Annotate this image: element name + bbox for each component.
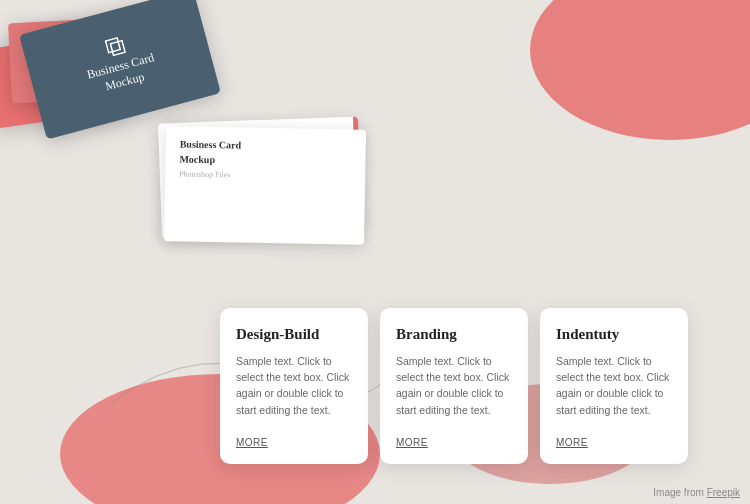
card-white-2-title: Business CardMockup bbox=[179, 137, 351, 170]
feature-card-2-more[interactable]: MORE bbox=[396, 437, 428, 448]
image-credit: Image from Freepik bbox=[653, 487, 740, 498]
feature-card-indentuty: Indentuty Sample text. Click to select t… bbox=[540, 308, 688, 464]
card-photoshop-label: Photoshop Files bbox=[179, 169, 351, 184]
card-dark-content: Business Card Mockup bbox=[80, 29, 160, 98]
feature-card-1-title: Design-Build bbox=[236, 326, 352, 343]
feature-card-branding: Branding Sample text. Click to select th… bbox=[380, 308, 528, 464]
feature-card-3-title: Indentuty bbox=[556, 326, 672, 343]
mockup-area: Business Card Mockup Business Card Mocku… bbox=[0, 0, 420, 320]
feature-cards-row: Design-Build Sample text. Click to selec… bbox=[220, 308, 688, 464]
feature-card-design-build: Design-Build Sample text. Click to selec… bbox=[220, 308, 368, 464]
coral-shape-top-right bbox=[530, 0, 750, 140]
card-white-2-content: Business CardMockup Photoshop Files bbox=[165, 126, 366, 193]
feature-card-1-text: Sample text. Click to select the text bo… bbox=[236, 353, 352, 418]
image-credit-link[interactable]: Freepik bbox=[707, 487, 740, 498]
feature-card-1-more[interactable]: MORE bbox=[236, 437, 268, 448]
card-icon bbox=[104, 36, 126, 58]
image-credit-label: Image from bbox=[653, 487, 704, 498]
feature-card-2-title: Branding bbox=[396, 326, 512, 343]
feature-card-3-text: Sample text. Click to select the text bo… bbox=[556, 353, 672, 418]
feature-card-2-text: Sample text. Click to select the text bo… bbox=[396, 353, 512, 418]
feature-card-3-more[interactable]: MORE bbox=[556, 437, 588, 448]
card-white-front: Business CardMockup Photoshop Files bbox=[164, 126, 366, 244]
image-credit-link-text: Freepik bbox=[707, 487, 740, 498]
